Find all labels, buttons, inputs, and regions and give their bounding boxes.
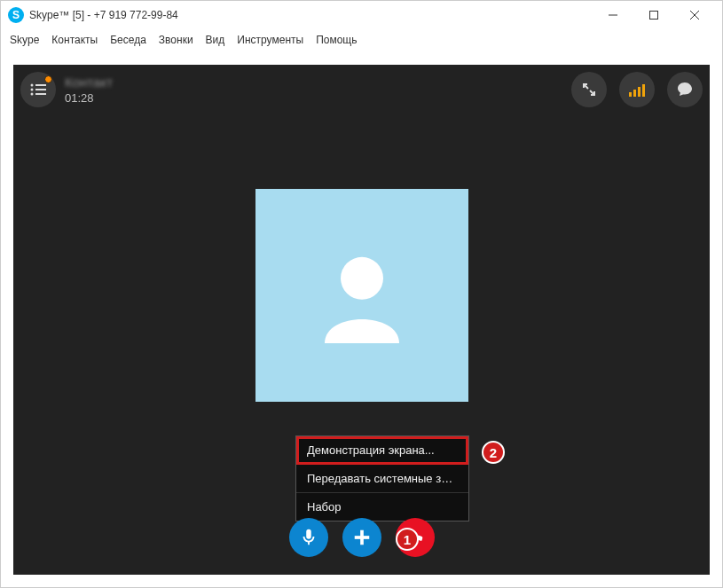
menu-conversation[interactable]: Беседа [110,34,146,46]
conversation-list-button[interactable] [20,72,56,107]
menu-contacts[interactable]: Контакты [51,34,98,46]
svg-point-4 [31,84,34,87]
menu-tools[interactable]: Инструменты [237,34,303,46]
menu-item-system-sounds[interactable]: Передавать системные звуки... [296,465,468,493]
skype-logo-icon: S [8,7,24,23]
maximize-button[interactable] [633,2,674,28]
svg-rect-14 [354,536,369,539]
contact-avatar [255,189,468,402]
svg-rect-1 [650,12,658,20]
svg-point-8 [31,93,34,96]
contact-info: Контакт 01:28 [65,74,113,105]
title-bar: S Skype™ [5] - +7 919 772-99-84 [1,1,722,29]
call-quality-button[interactable] [619,72,655,107]
menu-calls[interactable]: Звонки [159,34,193,46]
chat-button[interactable] [667,72,703,107]
svg-rect-7 [35,89,46,90]
menu-skype[interactable]: Skype [10,34,39,46]
call-area: Контакт 01:28 Демонстрация экрана... Пер… [13,65,710,575]
annotation-badge-1: 1 [396,528,419,551]
menu-item-screen-share[interactable]: Демонстрация экрана... [296,436,468,465]
mute-button[interactable] [289,518,328,557]
menu-help[interactable]: Помощь [316,34,357,46]
add-button[interactable] [342,518,381,557]
annotation-badge-2: 2 [482,441,505,464]
svg-rect-9 [35,93,46,95]
call-top-overlay: Контакт 01:28 [20,72,703,107]
plus-menu-popup: Демонстрация экрана... Передавать систем… [295,435,469,521]
call-timer: 01:28 [65,91,113,105]
menu-item-dialpad[interactable]: Набор [296,493,468,521]
minimize-button[interactable] [593,2,633,28]
menu-view[interactable]: Вид [206,34,225,46]
notification-dot-icon [44,75,52,83]
top-right-controls [571,72,703,107]
fullscreen-button[interactable] [571,72,607,107]
avatar-placeholder-icon [309,242,415,349]
window-title: Skype™ [5] - +7 919 772-99-84 [29,9,593,21]
signal-icon [629,82,645,97]
close-button[interactable] [674,2,715,28]
contact-name: Контакт [65,74,113,90]
svg-point-6 [31,89,34,91]
menu-bar: Skype Контакты Беседа Звонки Вид Инструм… [1,29,722,51]
window-controls [593,2,715,28]
svg-point-12 [341,257,383,300]
svg-rect-5 [35,84,46,86]
